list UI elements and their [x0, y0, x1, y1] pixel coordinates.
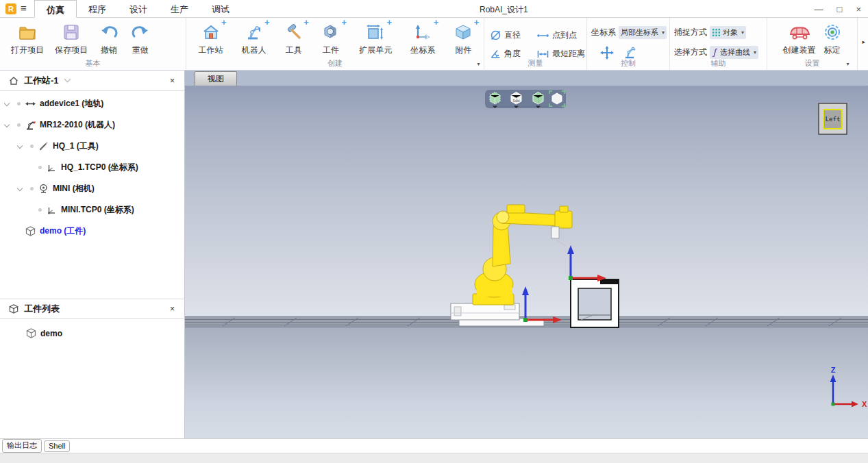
- group-label-measure: 测量: [484, 58, 586, 68]
- rail-icon: [25, 98, 36, 110]
- tab-production[interactable]: 生产: [159, 0, 200, 18]
- cube-icon: [25, 225, 36, 237]
- object-grid-icon: [712, 28, 721, 37]
- redo-arrow-icon: [130, 22, 151, 42]
- visibility-dot[interactable]: [17, 102, 21, 105]
- expander-chevron-icon[interactable]: [18, 144, 23, 149]
- axis-x-label: X: [862, 400, 867, 408]
- station-panel-header: 工作站-1 ×: [0, 71, 184, 91]
- tab-program[interactable]: 程序: [77, 0, 118, 18]
- robot-node-icon: [25, 119, 36, 131]
- calibrate-target-icon: [823, 22, 842, 42]
- car-device-icon: [788, 22, 811, 42]
- hammer-icon: +: [285, 22, 303, 42]
- fixture-triad: [567, 245, 606, 281]
- view-cube[interactable]: Left: [819, 103, 847, 134]
- group-label-control: 控制: [587, 58, 669, 68]
- visibility-dot[interactable]: [38, 166, 42, 169]
- curve-icon: [712, 48, 718, 58]
- chevron-down-icon[interactable]: [65, 77, 71, 82]
- titlebar: R ≡ 仿真 程序 设计 生产 调试 RobAI_设计1 — □ ×: [0, 0, 868, 18]
- ribbon-group-create: + 工作站 + 机器人 + 工具: [186, 18, 484, 70]
- workstation-house-icon: +: [201, 22, 221, 42]
- maximize-button[interactable]: □: [837, 4, 843, 14]
- chevron-down-icon: ▾: [754, 49, 756, 55]
- view-mode-toolbar: Solid: [485, 90, 566, 108]
- coord-system-label: 坐标系: [591, 27, 616, 38]
- window-controls: — □ ×: [815, 0, 861, 18]
- robot-arm: [473, 205, 572, 305]
- tree-item-robot[interactable]: MR12-2010 (机器人): [0, 114, 184, 136]
- station-panel-close-button[interactable]: ×: [170, 76, 175, 86]
- app-window: R ≡ 仿真 程序 设计 生产 调试 RobAI_设计1 — □ × 打开项目: [0, 0, 868, 463]
- tab-debug[interactable]: 调试: [200, 0, 241, 18]
- shell-tab[interactable]: Shell: [44, 440, 70, 452]
- chevron-down-icon: ▾: [662, 29, 665, 36]
- group-label-create: 创建: [186, 58, 484, 68]
- menu-tab-bar: 仿真 程序 设计 生产 调试: [34, 0, 241, 18]
- svg-text:Left: Left: [826, 116, 841, 123]
- extension-unit-icon: +: [365, 22, 386, 42]
- robot-jog-icon: [623, 46, 638, 60]
- hex-nut-icon: +: [321, 22, 340, 42]
- select-mode-dropdown[interactable]: 选择曲线 ▾: [710, 46, 758, 59]
- cube-icon: [8, 303, 19, 314]
- tree-item-tool-tcp[interactable]: HQ_1.TCP0 (坐标系): [0, 157, 184, 178]
- coord-system-dropdown[interactable]: 局部坐标系 ▾: [619, 26, 667, 39]
- tool-pen-icon: [38, 140, 49, 152]
- expander-chevron-icon[interactable]: [5, 101, 10, 107]
- world-axis-indicator: Z X: [830, 366, 868, 408]
- tree-item-workpiece-demo[interactable]: demo (工件): [0, 221, 184, 242]
- axis-z-label: Z: [831, 366, 836, 374]
- visibility-dot[interactable]: [38, 208, 42, 212]
- viewport-3d[interactable]: 视图: [185, 71, 868, 438]
- workpiece-list-item-demo[interactable]: demo: [0, 323, 184, 344]
- tree-item-camera-tcp[interactable]: MINI.TCP0 (坐标系): [0, 199, 184, 221]
- tree-item-camera[interactable]: MINI (相机): [0, 178, 184, 199]
- svg-text:Solid: Solid: [512, 99, 520, 103]
- workpiece-panel-title[interactable]: 工件列表: [24, 303, 60, 315]
- measure-point-to-point-button[interactable]: 点到点: [536, 29, 593, 41]
- visibility-dot[interactable]: [30, 145, 34, 148]
- expander-chevron-icon[interactable]: [18, 186, 23, 192]
- tree-item-tool[interactable]: HQ_1 (工具): [0, 136, 184, 157]
- group-label-basic: 基本: [0, 58, 186, 68]
- ribbon-group-measure: 直径 点到点 角度 最短距离 测量: [484, 18, 587, 70]
- scene-3d: Solid: [185, 86, 868, 438]
- cube-icon: [25, 327, 37, 339]
- viewport-canvas[interactable]: Solid: [185, 86, 868, 438]
- measure-diameter-button[interactable]: 直径: [490, 29, 536, 41]
- save-floppy-icon: [62, 22, 80, 42]
- expander-chevron-icon[interactable]: [5, 123, 10, 128]
- workpiece-panel-close-button[interactable]: ×: [170, 304, 175, 314]
- tcp-frame-icon: [46, 162, 58, 173]
- app-logo[interactable]: R: [5, 3, 16, 14]
- view-tab[interactable]: 视图: [195, 71, 237, 86]
- tab-design[interactable]: 设计: [118, 0, 159, 18]
- hamburger-menu-icon[interactable]: ≡: [21, 2, 27, 14]
- window-title: RobAI_设计1: [480, 4, 589, 16]
- bottom-tab-bar: 输出日志 Shell: [0, 438, 868, 453]
- open-folder-icon: [18, 22, 37, 42]
- workpiece-panel-header: 工件列表 ×: [0, 299, 184, 319]
- ribbon-group-basic: 打开项目 保存项目 撤销 重做 基本: [0, 18, 186, 70]
- tcp-frame-icon: [46, 204, 58, 216]
- select-mode-label: 选择方式: [674, 47, 707, 58]
- status-bar: [0, 453, 868, 463]
- tab-simulation[interactable]: 仿真: [34, 0, 77, 18]
- robot-arm-icon: +: [245, 22, 264, 42]
- panel-expand-icon[interactable]: ▸: [862, 38, 865, 45]
- visibility-dot[interactable]: [17, 123, 21, 127]
- fixture-frame: [571, 279, 619, 327]
- ribbon-toolbar: 打开项目 保存项目 撤销 重做 基本: [0, 18, 868, 71]
- home-icon: [8, 75, 19, 86]
- output-log-tab[interactable]: 输出日志: [2, 439, 42, 453]
- close-button[interactable]: ×: [856, 4, 861, 14]
- station-panel-title[interactable]: 工作站-1: [24, 75, 59, 87]
- coordinate-frame-icon: +: [413, 22, 432, 42]
- tree-item-rail[interactable]: addevice1 (地轨): [0, 93, 184, 114]
- visibility-dot[interactable]: [30, 187, 34, 190]
- minimize-button[interactable]: —: [815, 4, 823, 14]
- ground-rail: [451, 303, 544, 326]
- snap-mode-dropdown[interactable]: 对象 ▾: [710, 26, 746, 39]
